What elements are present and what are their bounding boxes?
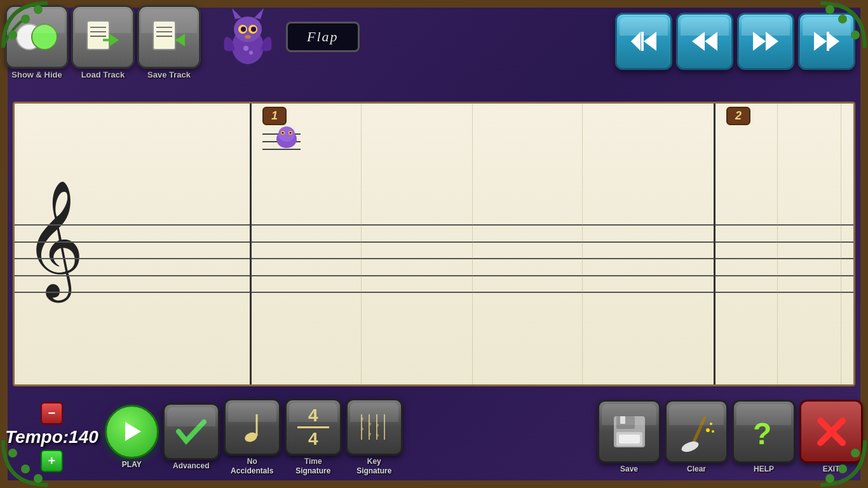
- staff-line-2: [15, 241, 853, 243]
- svg-rect-73: [619, 435, 640, 444]
- measure-bar-2: [714, 104, 715, 384]
- vine-corner-br: [830, 450, 868, 488]
- svg-marker-41: [705, 32, 717, 51]
- svg-marker-39: [644, 32, 656, 51]
- vine-corner-bl: [0, 450, 38, 488]
- svg-point-55: [290, 132, 292, 134]
- svg-text:♭: ♭: [376, 420, 379, 429]
- svg-text:♭: ♭: [360, 424, 364, 433]
- grid-line-1: [361, 104, 362, 384]
- svg-marker-42: [753, 32, 766, 51]
- svg-point-8: [34, 474, 43, 483]
- svg-point-1: [21, 15, 30, 24]
- svg-point-4: [838, 15, 847, 24]
- help-button[interactable]: ? HELP: [732, 400, 796, 473]
- svg-point-7: [21, 464, 30, 473]
- svg-point-78: [712, 430, 714, 433]
- svg-rect-38: [641, 32, 644, 51]
- svg-point-36: [249, 51, 253, 55]
- svg-point-34: [245, 35, 251, 39]
- note-character[interactable]: [262, 121, 301, 175]
- svg-marker-43: [766, 32, 778, 51]
- save-button[interactable]: Save: [597, 400, 661, 473]
- play-button[interactable]: PLAY: [105, 405, 159, 469]
- svg-rect-14: [87, 21, 109, 50]
- svg-point-54: [282, 132, 284, 134]
- svg-marker-29: [254, 8, 264, 19]
- svg-point-75: [680, 439, 700, 452]
- key-signature-label: KeySignature: [356, 457, 391, 475]
- character-area: Flap: [216, 5, 360, 69]
- clear-button[interactable]: Clear: [665, 400, 728, 473]
- bottom-toolbar: − Tempo:140 + PLAY Advanced: [5, 391, 863, 483]
- play-label: PLAY: [122, 460, 142, 469]
- measure-bar-1: [250, 104, 252, 384]
- svg-point-2: [34, 5, 43, 14]
- measure-number-2: 2: [726, 107, 750, 125]
- grid-line-3: [582, 104, 583, 384]
- svg-marker-40: [692, 32, 705, 51]
- svg-marker-56: [125, 422, 141, 441]
- svg-point-10: [838, 464, 847, 473]
- clear-label: Clear: [687, 464, 706, 473]
- save-label: Save: [620, 464, 638, 473]
- svg-rect-71: [620, 416, 625, 424]
- grid-line-4: [777, 104, 778, 384]
- load-track-label: Load Track: [81, 70, 125, 79]
- svg-text:♭: ♭: [360, 414, 364, 423]
- svg-point-32: [241, 27, 246, 32]
- svg-point-33: [251, 27, 256, 32]
- svg-point-11: [825, 474, 834, 483]
- rewind-button[interactable]: [676, 13, 733, 70]
- no-accidentals-button[interactable]: NoAccidentals: [224, 398, 281, 475]
- advanced-label: Advanced: [173, 461, 209, 470]
- svg-point-6: [8, 449, 17, 458]
- fast-forward-button[interactable]: [737, 13, 794, 70]
- svg-rect-70: [616, 416, 635, 429]
- character-avatar: [216, 5, 280, 69]
- time-signature-button[interactable]: 4 4 TimeSignature: [285, 398, 342, 475]
- svg-rect-19: [103, 39, 112, 41]
- staff-line-3: [15, 258, 853, 259]
- vine-corner-tr: [830, 0, 868, 38]
- svg-point-5: [825, 5, 834, 14]
- svg-point-3: [851, 30, 860, 39]
- advanced-button[interactable]: Advanced: [163, 403, 220, 470]
- svg-point-77: [710, 423, 712, 425]
- svg-marker-37: [631, 32, 641, 51]
- svg-point-51: [278, 126, 295, 142]
- svg-point-35: [243, 46, 248, 51]
- staff-line-1: [15, 224, 853, 226]
- svg-marker-28: [232, 8, 241, 19]
- staff-area[interactable]: 𝄞 1 2: [13, 102, 855, 386]
- svg-point-0: [8, 30, 17, 39]
- vine-corner-tl: [0, 0, 38, 38]
- character-name: Flap: [307, 29, 339, 44]
- grid-line-5: [841, 104, 841, 384]
- save-track-button[interactable]: Save Track: [137, 5, 201, 79]
- rewind-to-start-button[interactable]: [615, 13, 672, 70]
- save-track-label: Save Track: [147, 70, 191, 79]
- character-name-box: Flap: [286, 22, 360, 52]
- svg-text:♭: ♭: [368, 429, 372, 438]
- help-label: HELP: [754, 464, 774, 473]
- load-track-button[interactable]: Load Track: [71, 5, 135, 79]
- svg-text:♭: ♭: [376, 430, 379, 439]
- svg-point-76: [706, 428, 710, 432]
- svg-text:♭: ♭: [368, 419, 372, 428]
- grid-line-2: [472, 104, 473, 384]
- time-signature-label: TimeSignature: [295, 457, 330, 475]
- staff-line-5: [15, 292, 853, 293]
- svg-rect-20: [153, 21, 175, 50]
- staff-line-4: [15, 275, 853, 276]
- tempo-minus-button[interactable]: −: [41, 402, 63, 424]
- key-signature-button[interactable]: ♭ ♭ ♭ ♭ ♭ ♭ KeySignature: [346, 398, 403, 475]
- svg-point-9: [851, 449, 860, 458]
- show-hide-label: Show & Hide: [11, 70, 62, 79]
- svg-text:?: ?: [753, 417, 771, 451]
- no-accidentals-label: NoAccidentals: [231, 457, 273, 475]
- svg-rect-25: [175, 39, 185, 41]
